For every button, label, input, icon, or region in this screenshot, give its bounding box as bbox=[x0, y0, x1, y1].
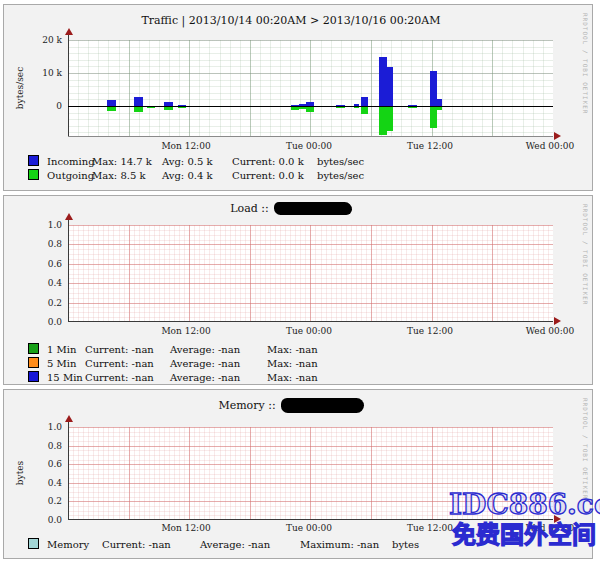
traffic-bar-outgoing bbox=[164, 107, 173, 110]
traffic-bar-outgoing bbox=[291, 107, 299, 110]
traffic-bar-outgoing bbox=[437, 107, 442, 110]
traffic-bar-outgoing bbox=[387, 107, 393, 131]
legend-name: Memory bbox=[47, 539, 102, 551]
legend-units: bytes bbox=[392, 539, 419, 551]
legend-max: Max: -nan bbox=[267, 344, 318, 356]
legend-row-1min: 1 MinCurrent: -nanAverage: -nanMax: -nan bbox=[4, 343, 592, 356]
traffic-y-axis-label: bytes/sec bbox=[15, 67, 25, 109]
legend-max: Max: -nan bbox=[267, 358, 318, 370]
load-ytick: 1.0 bbox=[26, 220, 62, 230]
traffic-xtick-tue00: Tue 00:00 bbox=[279, 141, 339, 151]
memory-y-axis-label: bytes bbox=[15, 461, 25, 485]
load-xtick-mon12: Mon 12:00 bbox=[156, 326, 216, 336]
traffic-zero-line bbox=[68, 106, 553, 107]
traffic-bar-incoming bbox=[430, 71, 437, 106]
load-x-axis bbox=[68, 321, 553, 322]
load-xtick-wed00: Wed 00:00 bbox=[520, 326, 580, 336]
legend-name: 1 Min bbox=[47, 344, 85, 356]
memory-ytick: 0.6 bbox=[26, 459, 62, 469]
legend-average: Average: -nan bbox=[200, 539, 300, 551]
legend-row-outgoing: OutgoingMax: 8.5 kAvg: 0.4 kCurrent: 0.0… bbox=[4, 169, 592, 182]
traffic-bar-outgoing bbox=[107, 107, 116, 111]
traffic-bar-outgoing bbox=[147, 107, 155, 108]
memory-title: Memory :: bbox=[4, 398, 578, 413]
load-graph-panel: Load :: RRDTOOL / TOBI OETIKER 1.0 0.8 0… bbox=[3, 195, 593, 385]
traffic-bar-outgoing bbox=[379, 107, 387, 135]
1min-swatch-icon bbox=[28, 343, 39, 354]
legend-average: Average: -nan bbox=[170, 358, 267, 370]
x-axis-arrow-icon bbox=[554, 317, 561, 325]
traffic-bars bbox=[68, 40, 553, 137]
5min-swatch-icon bbox=[28, 357, 39, 368]
traffic-bar-outgoing bbox=[354, 107, 359, 108]
load-ytick: 0.6 bbox=[26, 259, 62, 269]
memory-ytick: 0.4 bbox=[26, 478, 62, 488]
legend-name: Incoming bbox=[47, 156, 92, 168]
legend-avg: Avg: 0.4 k bbox=[162, 170, 232, 182]
load-title: Load :: bbox=[4, 202, 578, 215]
traffic-bar-outgoing bbox=[336, 107, 345, 108]
load-ytick: 0.0 bbox=[26, 317, 62, 327]
traffic-bar-outgoing bbox=[134, 107, 143, 112]
memory-x-axis bbox=[68, 519, 553, 520]
monitoring-graphs-page: Traffic | 2013/10/14 00:20AM > 2013/10/1… bbox=[0, 0, 600, 565]
traffic-bar-outgoing bbox=[408, 107, 417, 108]
legend-units: bytes/sec bbox=[317, 170, 364, 182]
legend-maximum: Maximum: -nan bbox=[300, 539, 392, 551]
legend-avg: Avg: 0.5 k bbox=[162, 156, 232, 168]
legend-current: Current: 0.0 k bbox=[232, 156, 317, 168]
x-axis-arrow-icon bbox=[554, 132, 561, 140]
legend-max: Max: 8.5 k bbox=[92, 170, 162, 182]
traffic-ytick-20k: 20 k bbox=[26, 35, 62, 45]
rrdtool-watermark: RRDTOOL / TOBI OETIKER bbox=[582, 204, 589, 305]
traffic-xtick-mon12: Mon 12:00 bbox=[156, 141, 216, 151]
memory-ytick: 0.0 bbox=[26, 515, 62, 525]
load-title-text: Load :: bbox=[230, 202, 268, 215]
traffic-bar-incoming bbox=[387, 67, 393, 106]
redacted-hostname bbox=[274, 202, 352, 215]
memory-ytick: 1.0 bbox=[26, 422, 62, 432]
legend-row-15min: 15 MinCurrent: -nanAverage: -nanMax: -na… bbox=[4, 371, 592, 384]
legend-max: Max: -nan bbox=[267, 372, 318, 384]
legend-name: 5 Min bbox=[47, 358, 85, 370]
traffic-ytick-10k: 10 k bbox=[26, 68, 62, 78]
legend-row-5min: 5 MinCurrent: -nanAverage: -nanMax: -nan bbox=[4, 357, 592, 370]
traffic-bar-incoming bbox=[134, 97, 143, 106]
load-xtick-tue00: Tue 00:00 bbox=[279, 326, 339, 336]
redacted-hostname bbox=[281, 398, 364, 413]
memory-y-axis bbox=[68, 422, 69, 520]
legend-max: Max: 14.7 k bbox=[92, 156, 162, 168]
legend-current: Current: -nan bbox=[85, 344, 170, 356]
traffic-xtick-wed00: Wed 00:00 bbox=[520, 141, 580, 151]
load-ytick: 0.4 bbox=[26, 278, 62, 288]
traffic-bar-incoming bbox=[437, 99, 442, 106]
legend-current: Current: -nan bbox=[85, 358, 170, 370]
legend-current: Current: -nan bbox=[85, 372, 170, 384]
memory-xtick-tue12: Tue 12:00 bbox=[400, 523, 460, 533]
traffic-bar-outgoing bbox=[299, 107, 306, 109]
traffic-bar-incoming bbox=[379, 57, 387, 106]
legend-average: Average: -nan bbox=[170, 372, 267, 384]
traffic-title: Traffic | 2013/10/14 00:20AM > 2013/10/1… bbox=[4, 14, 578, 27]
y-axis-arrow-icon bbox=[65, 28, 73, 35]
memory-graph-panel: Memory :: RRDTOOL / TOBI OETIKER bytes 1… bbox=[3, 389, 593, 559]
incoming-swatch-icon bbox=[28, 155, 39, 166]
x-axis-arrow-icon bbox=[554, 515, 561, 523]
memory-plot-area bbox=[68, 427, 553, 520]
outgoing-swatch-icon bbox=[28, 169, 39, 180]
memory-xtick-mon12: Mon 12:00 bbox=[156, 523, 216, 533]
legend-name: Outgoing bbox=[47, 170, 92, 182]
15min-swatch-icon bbox=[28, 371, 39, 382]
traffic-xtick-tue12: Tue 12:00 bbox=[400, 141, 460, 151]
memory-xtick-tue00: Tue 00:00 bbox=[279, 523, 339, 533]
load-xtick-tue12: Tue 12:00 bbox=[400, 326, 460, 336]
load-ytick: 0.8 bbox=[26, 239, 62, 249]
legend-name: 15 Min bbox=[47, 372, 85, 384]
legend-average: Average: -nan bbox=[170, 344, 267, 356]
rrdtool-watermark: RRDTOOL / TOBI OETIKER bbox=[582, 398, 589, 499]
legend-row-incoming: IncomingMax: 14.7 kAvg: 0.5 kCurrent: 0.… bbox=[4, 155, 592, 168]
rrdtool-watermark: RRDTOOL / TOBI OETIKER bbox=[582, 13, 589, 114]
legend-units: bytes/sec bbox=[317, 156, 364, 168]
traffic-y-axis bbox=[68, 35, 69, 137]
traffic-x-axis bbox=[68, 136, 553, 137]
